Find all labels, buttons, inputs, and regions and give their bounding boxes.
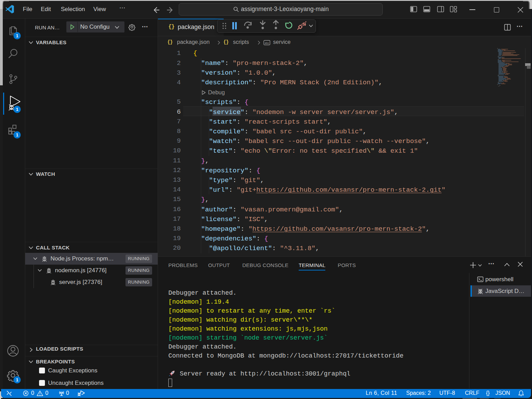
svg-text:abc: abc (265, 41, 269, 45)
